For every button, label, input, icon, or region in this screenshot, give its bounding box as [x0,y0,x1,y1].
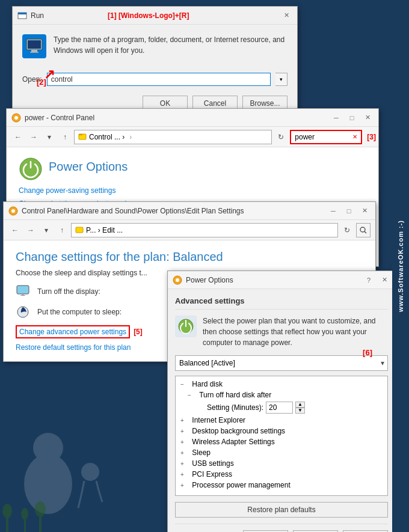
plan-select[interactable]: Balanced [Active] [175,355,388,371]
svg-point-31 [35,501,46,517]
expand-desktop[interactable]: + [180,428,188,435]
tree-setting-row: Setting (Minutes): ▲ ▼ [178,402,385,414]
annotation-5: [5] [134,328,143,336]
tree-label-usb: USB settings [192,459,233,468]
edit-minimize-button[interactable]: ─ [327,205,339,217]
cp-section-title: Power Options [49,160,128,174]
cp-forward-button[interactable]: → [27,130,40,144]
edit-search-icon[interactable] [356,223,371,237]
change-advanced-link[interactable]: Change advanced power settings [16,325,130,338]
tree-item-wireless[interactable]: + Wireless Adapter Settings [178,436,385,447]
run-description: Type the name of a program, folder, docu… [54,34,288,56]
illustration-svg [0,376,171,532]
cp-refresh-button[interactable]: ↻ [274,130,288,144]
power-help-button[interactable]: ? [363,274,375,286]
cp-close-button[interactable]: ✕ [361,112,374,124]
edit-up-button[interactable]: ↑ [55,224,69,237]
spinner-down-button[interactable]: ▼ [295,408,305,414]
annotation-1: [1] [Windows-Logo]+[R] [108,11,189,20]
tree-item-harddisk[interactable]: − Hard disk [178,379,385,390]
cp-address-sep: › [129,133,132,141]
power-header: Advanced settings [175,296,388,310]
power-desc-icon [175,316,197,337]
svg-rect-13 [76,227,83,233]
cp-maximize-button[interactable]: □ [346,112,358,124]
cp-search-clear-icon[interactable]: ✕ [352,133,357,140]
svg-rect-16 [17,286,29,294]
edit-title: Control Panel\Hardware and Sound\Power O… [22,207,324,215]
expand-pci[interactable]: + [180,471,188,478]
expand-sleep[interactable]: + [180,450,188,456]
power-dialog-title: Power Options [186,276,359,284]
cp-minimize-button[interactable]: ─ [330,112,342,124]
spinner-up-button[interactable]: ▲ [295,402,305,408]
run-close-button[interactable]: ✕ [280,10,292,22]
svg-point-14 [360,227,365,232]
expand-usb[interactable]: + [180,460,188,467]
run-input[interactable] [47,73,271,86]
svg-line-15 [364,231,366,233]
setting-minutes-input[interactable] [266,402,293,414]
tree-item-sleep[interactable]: + Sleep [178,447,385,458]
edit-nav: ← → ▾ ↑ P... › Edit ... ↻ [4,220,375,240]
cp-address-bar[interactable]: Control ... › › [74,130,272,144]
edit-close-button[interactable]: ✕ [358,205,371,217]
tree-item-processor[interactable]: + Processor power management [178,480,385,491]
tree-label-harddisk: Hard disk [192,380,223,388]
cp-link-0[interactable]: Change power-saving settings [19,185,366,198]
tree-item-pci[interactable]: + PCI Express [178,469,385,480]
svg-point-27 [2,504,12,518]
power-tree[interactable]: − Hard disk − Turn off hard disk after S… [175,376,388,496]
edit-address-bar[interactable]: P... › Edit ... [71,223,338,237]
svg-point-7 [14,116,18,120]
edit-plan-title: Change settings for the plan: Balanced [16,250,363,264]
sleep-icon [16,305,30,319]
expand-wireless[interactable]: + [180,439,188,445]
edit-forward-button[interactable]: → [24,224,37,237]
watermark: www.SoftwareOK.com :-) [392,0,409,532]
run-title-icon [17,11,27,20]
power-lightning-icon [177,318,194,335]
power-options-dialog: Power Options ? ✕ Advanced settings Sele… [167,271,396,532]
expand-ie[interactable]: + [180,417,188,424]
svg-point-25 [81,463,99,481]
run-open-row: Open: ▾ [13,68,297,91]
restore-plan-defaults-button[interactable]: Restore plan defaults [175,502,388,518]
edit-refresh-button[interactable]: ↻ [340,224,354,237]
cp-nav: ← → ▾ ↑ Control ... › › ↻ power ✕ [3] [7,127,378,147]
power-close-button[interactable]: ✕ [378,274,390,286]
edit-maximize-button[interactable]: □ [343,205,355,217]
cp-dropdown-button[interactable]: ▾ [43,130,56,144]
expand-harddisk[interactable]: − [180,381,188,388]
edit-title-icon [8,206,18,216]
power-desc-row: Select the power plan that you want to c… [175,316,388,348]
svg-rect-3 [31,50,37,52]
edit-back-button[interactable]: ← [8,224,22,237]
expand-turnoff[interactable]: − [188,392,195,399]
cp-titlebar: power - Control Panel ─ □ ✕ [7,109,378,127]
tree-item-ie[interactable]: + Internet Explorer [178,415,385,426]
run-dialog: Run ✕ [1] [Windows-Logo]+[R] Type the na… [12,6,298,121]
cp-title-icon [11,113,21,123]
tree-item-turnoff[interactable]: − Turn off hard disk after [178,390,385,400]
tree-setting-label: Setting (Minutes): [207,403,263,412]
cp-search-box[interactable]: power ✕ [290,130,362,144]
cp-address-text: Control ... › [89,133,125,141]
edit-address-icon [75,226,84,234]
cp-up-button[interactable]: ↑ [58,130,72,144]
edit-dropdown-button[interactable]: ▾ [40,224,53,237]
svg-rect-9 [79,134,82,135]
tree-item-desktop[interactable]: + Desktop background settings [178,426,385,436]
plan-select-wrapper[interactable]: Balanced [Active] [175,355,388,371]
cp-title: power - Control Panel [25,114,327,122]
search-icon [360,227,367,234]
tree-item-usb[interactable]: + USB settings [178,458,385,469]
power-body: Advanced settings Select the power plan … [168,289,395,532]
power-footer: OK Cancel Apply [175,524,388,532]
run-dropdown-button[interactable]: ▾ [275,73,288,86]
expand-processor[interactable]: + [180,482,188,489]
tree-label-ie: Internet Explorer [192,416,245,424]
cp-back-button[interactable]: ← [11,130,25,144]
svg-rect-18 [20,295,25,296]
svg-point-24 [33,433,63,463]
